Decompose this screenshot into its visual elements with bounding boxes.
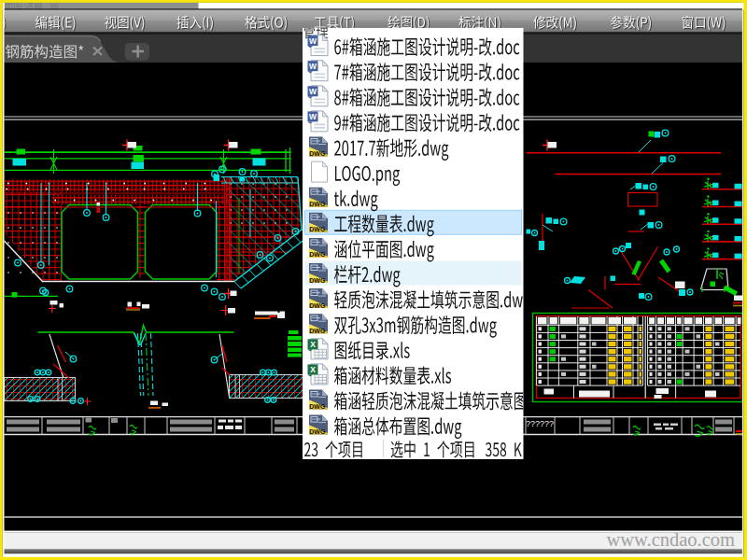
svg-text:W: W <box>309 36 317 46</box>
svg-text:X: X <box>310 340 316 349</box>
svg-text:DWG: DWG <box>309 226 326 232</box>
svg-text:W: W <box>309 62 317 71</box>
svg-text:DWG: DWG <box>309 277 326 284</box>
svg-text:W: W <box>309 87 317 96</box>
svg-text:DWG: DWG <box>309 428 326 435</box>
svg-text:W: W <box>309 112 317 121</box>
svg-text:DWG: DWG <box>309 201 326 207</box>
svg-text:??????: ?????? <box>526 419 554 428</box>
svg-text:DWG: DWG <box>309 302 326 309</box>
svg-text:X: X <box>310 365 316 374</box>
svg-text:DWG: DWG <box>309 150 326 157</box>
svg-text:DWG: DWG <box>309 328 326 334</box>
svg-text:DWG: DWG <box>309 403 326 410</box>
svg-text:DWG: DWG <box>309 251 326 258</box>
svg-text:www.cndao.com: www.cndao.com <box>606 529 735 550</box>
